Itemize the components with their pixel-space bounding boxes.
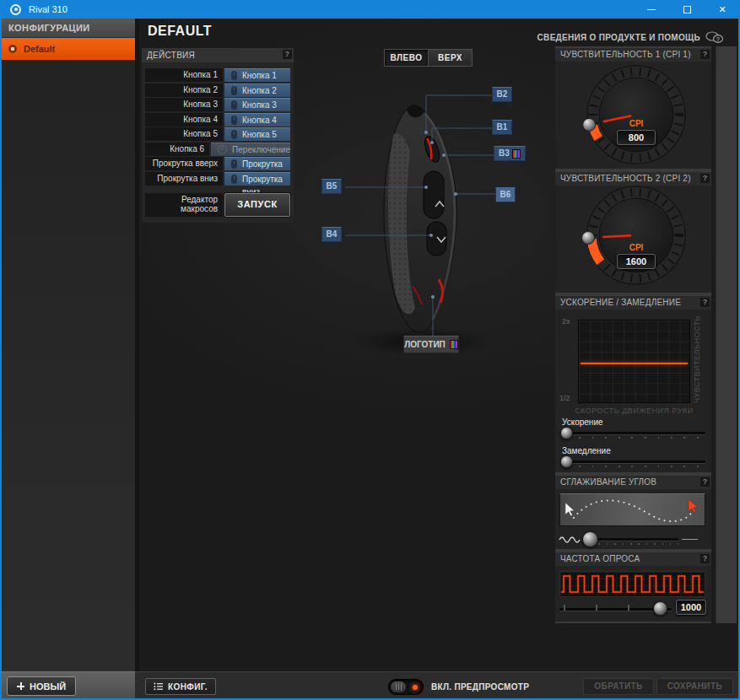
mouse-button-label-b6[interactable]: B6 [495,187,516,202]
close-button[interactable]: ✕ [705,0,740,19]
footer-bar: КОНФИГ. ВКЛ. ПРЕДПРОСМОТР ОБРАТИТЬ СОХРА… [135,671,740,700]
accel-slider-knob[interactable] [560,427,573,439]
smoothing-slider-track[interactable] [587,538,678,541]
cpi-dial-icon [218,145,227,154]
binding-button-2[interactable]: Кнопка 2 [224,83,290,97]
mouse-icon [231,86,237,95]
polling-waveform [559,571,705,597]
cursor-arrow-smoothed-icon [689,499,698,513]
binding-button-scrolldown[interactable]: Прокрутка вниз [224,172,290,186]
view-top-button[interactable]: ВЕРХ [428,49,473,67]
cpi1-panel: ЧУВСТВИТЕЛЬНОСТЬ 1 (CPI 1) ? [555,48,711,169]
product-info-help-link[interactable]: СВЕДЕНИЯ О ПРОДУКТЕ И ПОМОЩЬ ? [537,31,724,44]
cpi1-title: ЧУВСТВИТЕЛЬНОСТЬ 1 (CPI 1) [560,50,691,59]
cpi1-value: 800 [617,130,656,145]
cpi1-gauge-knob [583,118,596,131]
decel-slider-knob[interactable] [560,455,573,468]
preview-toggle-label: ВКЛ. ПРЕДПРОСМОТР [431,682,529,692]
steelseries-logo-icon [10,4,21,15]
polling-title: ЧАСТОТА ОПРОСА [560,554,640,563]
mouse-button-label-b3[interactable]: B3 [494,146,526,161]
smoothing-help-button[interactable]: ? [700,477,710,487]
binding-button-5[interactable]: Кнопка 5 [224,127,290,141]
sidebar-footer: НОВЫЙ [0,671,135,700]
polling-value: 1000 [676,600,706,615]
config-item-label: Default [24,44,55,54]
accel-curve [581,363,688,364]
radio-selected-icon [8,45,17,53]
accel-y-axis-label: ЧУВСТВИТЕЛЬНОСТЬ [693,321,701,403]
app-window: Rival 310 ✕ КОНФИГУРАЦИИ Default НОВЫЙ D… [0,0,740,700]
cpi2-help-button[interactable]: ? [700,174,710,183]
cpi2-gauge[interactable] [555,186,711,293]
binding-button-6[interactable]: Переключение CPI [211,143,290,156]
cpi2-panel: ЧУВСТВИТЕЛЬНОСТЬ 2 (CPI 2) ? CPI 1600 [555,172,711,293]
minimize-button[interactable] [634,0,669,19]
accel-title: УСКОРЕНИЕ / ЗАМЕДЛЕНИЕ [560,298,681,307]
help-bubble-icon: ? [705,31,724,44]
slider-ticks [591,543,678,545]
polling-panel: ЧАСТОТА ОПРОСА ? 1000 [555,552,711,622]
save-button[interactable]: СОХРАНИТЬ [656,678,733,695]
binding-button-1[interactable]: Кнопка 1 [224,68,290,82]
binding-button-scrollup[interactable]: Прокрутка вверх [224,157,290,170]
accel-slider-track[interactable] [560,432,705,434]
straight-line-icon [682,539,698,540]
view-left-button[interactable]: ВЛЕВО [384,49,429,67]
cursor-arrow-icon [565,503,575,516]
maximize-button[interactable] [669,0,705,19]
cpi1-help-button[interactable]: ? [700,50,710,59]
revert-button[interactable]: ОБРАТИТЬ [583,678,653,695]
accel-help-button[interactable]: ? [700,298,710,307]
smoothing-preview [559,493,705,526]
preview-toggle[interactable] [388,679,424,695]
binding-button-3[interactable]: Кнопка 3 [224,98,290,111]
cpi1-unit: CPI [598,119,674,128]
macro-launch-button[interactable]: ЗАПУСК [224,193,290,217]
maximize-icon [683,6,691,13]
logo-zone-label[interactable]: ЛОГОТИП [403,336,459,353]
smoothing-panel: СГЛАЖИВАНИЕ УГЛОВ ? [555,476,711,549]
config-item-default[interactable]: Default [0,38,135,60]
mouse-button-label-b1[interactable]: B1 [492,120,512,135]
scrollbar[interactable] [716,46,737,623]
actions-help-button[interactable]: ? [283,50,292,59]
action-row: Прокрутка внизПрокрутка вниз [145,172,290,186]
mouse-map [312,80,557,363]
mouse-icon [231,159,237,169]
action-row: Кнопка 5Кнопка 5 [145,127,290,141]
cpi2-gauge-knob [582,232,595,245]
decel-slider-track[interactable] [560,460,705,463]
main-content: DEFAULT СВЕДЕНИЯ О ПРОДУКТЕ И ПОМОЩЬ ? Д… [135,19,740,671]
accel-chart [578,320,690,403]
mouse-button-label-b2[interactable]: B2 [492,87,512,102]
mouse-icon [231,175,237,184]
mouse-button-label-b5[interactable]: B5 [321,179,342,194]
config-button[interactable]: КОНФИГ. [145,678,216,695]
polling-slider-knob[interactable] [653,601,667,616]
action-row: Кнопка 2Кнопка 2 [145,83,290,97]
polling-help-button[interactable]: ? [700,554,710,563]
slider-ticks [566,437,701,439]
toggle-handle [391,681,406,692]
view-toggle: ВЛЕВО ВЕРХ [384,49,473,67]
svg-text:?: ? [716,36,721,42]
mouse-button-label-b4[interactable]: B4 [321,227,342,242]
action-row: Кнопка 6Переключение CPI [145,143,290,156]
sidebar-main-divider [135,19,139,671]
action-row: Кнопка 1Кнопка 1 [145,68,290,82]
accel-y-max: 2x [562,317,570,326]
macro-editor-label: Редактор макросов [145,193,223,217]
mouse-icon [231,116,237,125]
action-row: Прокрутка вверхПрокрутка вверх [145,157,290,170]
squiggle-icon [559,533,582,545]
cpi2-unit: CPI [598,243,674,252]
mouse-image [312,80,557,363]
cpi1-gauge[interactable] [555,62,711,169]
smoothing-slider-knob[interactable] [582,531,598,547]
mouse-icon [231,71,237,80]
action-row: Кнопка 4Кнопка 4 [145,113,290,127]
new-config-button[interactable]: НОВЫЙ [7,676,76,696]
minimize-icon [647,9,656,10]
binding-button-4[interactable]: Кнопка 4 [224,113,290,127]
